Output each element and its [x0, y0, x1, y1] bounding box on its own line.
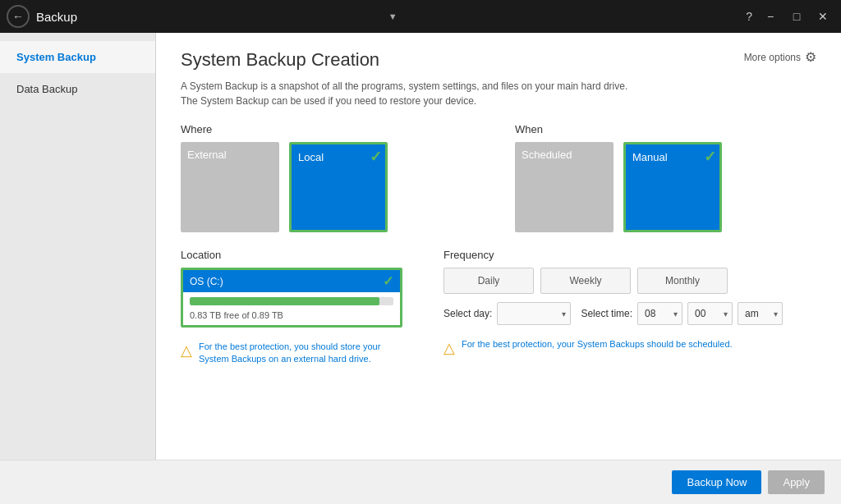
left-panel: Location OS (C:) ✓ 0.83 TB free of 0.89 … — [181, 249, 411, 366]
lower-container: Location OS (C:) ✓ 0.83 TB free of 0.89 … — [181, 249, 816, 366]
select-day-field[interactable] — [497, 302, 571, 325]
hour-select[interactable]: 08 — [637, 302, 682, 325]
warning-schedule-box: △ For the best protection, your System B… — [443, 338, 816, 357]
warning-location-box: △ For the best protection, you should st… — [181, 341, 402, 366]
storage-bar — [190, 297, 379, 305]
maximize-button[interactable]: □ — [785, 5, 808, 28]
frequency-section: Frequency Daily Weekly Monthly — [443, 249, 816, 325]
external-card[interactable]: External — [181, 142, 279, 232]
select-time-label: Select time: — [581, 308, 632, 319]
minute-select[interactable]: 00 — [687, 302, 733, 325]
title-chevron-icon: ▼ — [388, 11, 398, 21]
help-button[interactable]: ? — [746, 10, 752, 23]
titlebar: ← Backup ▼ ? − □ ✕ — [0, 0, 841, 33]
storage-text: 0.83 TB free of 0.89 TB — [190, 310, 393, 320]
minute-wrapper: 00 — [687, 302, 733, 325]
select-day-group: Select day: — [443, 302, 571, 325]
sidebar: System Backup Data Backup — [0, 33, 156, 460]
weekly-button[interactable]: Weekly — [540, 268, 631, 294]
warning-schedule-icon: △ — [443, 339, 455, 357]
sidebar-item-data-backup[interactable]: Data Backup — [0, 73, 155, 105]
drive-name: OS (C:) — [190, 276, 223, 287]
gear-icon: ⚙ — [805, 49, 816, 65]
location-box: OS (C:) ✓ 0.83 TB free of 0.89 TB — [181, 268, 402, 328]
warning-location-text: For the best protection, you should stor… — [199, 341, 402, 366]
frequency-label: Frequency — [443, 249, 816, 261]
scheduled-card[interactable]: Scheduled — [515, 142, 614, 232]
select-day-wrapper — [497, 302, 571, 325]
frequency-buttons: Daily Weekly Monthly — [443, 268, 816, 294]
when-section: When Scheduled Manual ✓ — [515, 123, 816, 232]
where-label: Where — [181, 123, 482, 135]
sidebar-item-system-backup[interactable]: System Backup — [0, 41, 155, 73]
when-label: When — [515, 123, 816, 135]
where-section: Where External Local ✓ — [181, 123, 482, 232]
ampm-select[interactable]: am — [738, 302, 783, 325]
more-options-button[interactable]: More options ⚙ — [744, 49, 816, 65]
daily-button[interactable]: Daily — [443, 268, 534, 294]
ampm-wrapper: am — [738, 302, 783, 325]
warning-schedule-text: For the best protection, your System Bac… — [462, 338, 733, 351]
close-button[interactable]: ✕ — [811, 5, 834, 28]
where-card-row: External Local ✓ — [181, 142, 482, 232]
when-card-row: Scheduled Manual ✓ — [515, 142, 816, 232]
footer: Backup Now Apply — [0, 460, 841, 504]
content-area: System Backup Creation More options ⚙ A … — [156, 33, 841, 460]
select-row: Select day: Select time: — [443, 302, 816, 325]
select-day-label: Select day: — [443, 308, 492, 319]
storage-bar-container — [190, 297, 393, 305]
back-button[interactable]: ← — [7, 5, 30, 28]
content-header: System Backup Creation More options ⚙ — [181, 49, 816, 71]
location-check-icon: ✓ — [383, 273, 393, 289]
monthly-button[interactable]: Monthly — [637, 268, 728, 294]
apply-button[interactable]: Apply — [768, 470, 825, 494]
minimize-button[interactable]: − — [759, 5, 782, 28]
window-controls: − □ ✕ — [759, 5, 834, 28]
backup-now-button[interactable]: Backup Now — [672, 470, 761, 494]
main-container: System Backup Data Backup System Backup … — [0, 33, 841, 460]
local-card[interactable]: Local ✓ — [289, 142, 388, 232]
hour-wrapper: 08 — [637, 302, 682, 325]
window-title: Backup — [36, 10, 385, 24]
warning-location-icon: △ — [181, 341, 192, 360]
where-when-container: Where External Local ✓ When — [181, 123, 816, 232]
location-label: Location — [181, 249, 411, 261]
manual-card[interactable]: Manual ✓ — [623, 142, 722, 232]
right-panel: Frequency Daily Weekly Monthly — [427, 249, 816, 366]
local-card-check-icon: ✓ — [370, 148, 382, 166]
location-section: Location OS (C:) ✓ 0.83 TB free of 0.89 … — [181, 249, 411, 328]
location-header: OS (C:) ✓ — [183, 270, 400, 292]
window: ← Backup ▼ ? − □ ✕ System Backup Data Ba… — [0, 0, 841, 504]
description: A System Backup is a snapshot of all the… — [181, 79, 816, 108]
manual-card-check-icon: ✓ — [704, 148, 716, 166]
page-title: System Backup Creation — [181, 49, 379, 71]
select-time-group: Select time: 08 00 — [581, 302, 783, 325]
